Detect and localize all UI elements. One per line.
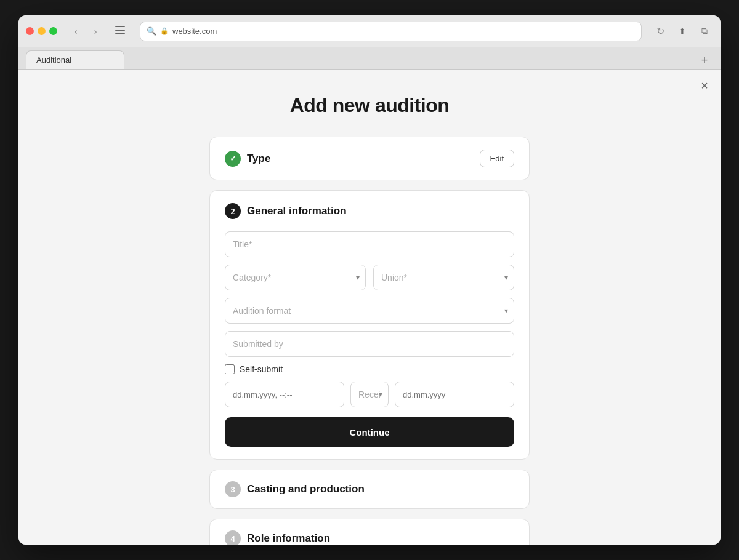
casting-title-row: 3 Casting and production	[225, 481, 365, 497]
general-section-title: General information	[247, 205, 347, 217]
general-section-header: 2 General information	[225, 203, 514, 219]
union-select[interactable]: Union*	[373, 265, 514, 290]
sidebar-toggle-button[interactable]	[110, 23, 130, 40]
self-submit-row: Self-submit	[225, 364, 514, 374]
received-through-select[interactable]: Received through*	[350, 382, 389, 407]
share-button[interactable]: ⬆	[674, 23, 691, 40]
continue-button[interactable]: Continue	[225, 417, 514, 447]
close-traffic-light[interactable]	[26, 27, 34, 35]
nav-buttons: ‹ ›	[67, 23, 104, 40]
submitted-by-input[interactable]	[225, 331, 514, 357]
back-button[interactable]: ‹	[67, 23, 84, 40]
casting-section-title: Casting and production	[247, 483, 365, 495]
type-section-title: Type	[247, 153, 270, 165]
datetime-input[interactable]	[225, 382, 344, 407]
minimize-traffic-light[interactable]	[38, 27, 46, 35]
self-submit-checkbox[interactable]	[225, 364, 235, 374]
casting-step-badge: 3	[225, 481, 241, 497]
role-step-badge: 4	[225, 530, 241, 545]
svg-rect-1	[115, 30, 125, 31]
form-container: ✓ Type Edit 2 General information	[209, 137, 530, 545]
title-input[interactable]	[225, 231, 514, 257]
role-section: 4 Role information	[209, 519, 530, 545]
union-wrapper: Union* ▾	[373, 265, 514, 290]
casting-section-header: 3 Casting and production	[225, 481, 514, 497]
address-bar[interactable]: 🔍 🔒 website.com	[140, 22, 642, 41]
category-wrapper: Category* ▾	[225, 265, 366, 290]
casting-step-number: 3	[230, 485, 235, 494]
type-step-badge: ✓	[225, 151, 241, 167]
type-edit-button[interactable]: Edit	[480, 150, 514, 167]
datetime-row: Received through* ▾	[225, 382, 514, 407]
category-select[interactable]: Category*	[225, 265, 366, 290]
search-icon: 🔍	[147, 26, 156, 36]
maximize-traffic-light[interactable]	[49, 27, 57, 35]
type-section-header: ✓ Type Edit	[225, 150, 514, 167]
type-section: ✓ Type Edit	[209, 137, 530, 180]
checkmark-icon: ✓	[230, 154, 236, 163]
active-tab[interactable]: Auditional	[26, 50, 124, 69]
audition-format-wrapper: Audition format ▾	[225, 298, 514, 324]
new-tab-button[interactable]: ⧉	[696, 23, 713, 40]
general-step-number: 2	[230, 207, 235, 216]
new-tab-icon[interactable]: +	[696, 52, 713, 69]
general-section: 2 General information Category*	[209, 190, 530, 460]
svg-rect-2	[115, 33, 125, 34]
self-submit-label: Self-submit	[240, 364, 283, 374]
role-step-number: 4	[230, 534, 235, 543]
casting-section: 3 Casting and production	[209, 470, 530, 509]
general-step-badge: 2	[225, 203, 241, 219]
browser-window: ‹ › 🔍 🔒 website.com ↻ ⬆ ⧉ Auditional + ×…	[18, 15, 721, 545]
role-section-title: Role information	[247, 532, 330, 545]
reload-button[interactable]: ↻	[652, 23, 669, 40]
type-title-row: ✓ Type	[225, 151, 270, 167]
svg-rect-0	[115, 26, 125, 27]
received-through-wrapper: Received through* ▾	[350, 382, 389, 407]
page-title: Add new audition	[31, 94, 708, 117]
general-form-fields: Category* ▾ Union* ▾	[225, 231, 514, 447]
url-text: website.com	[172, 26, 217, 36]
browser-titlebar: ‹ › 🔍 🔒 website.com ↻ ⬆ ⧉	[18, 15, 721, 47]
category-union-row: Category* ▾ Union* ▾	[225, 265, 514, 290]
audition-format-select[interactable]: Audition format	[225, 298, 514, 324]
traffic-lights	[26, 27, 57, 35]
general-title-row: 2 General information	[225, 203, 347, 219]
close-button[interactable]: ×	[701, 79, 708, 92]
browser-tabs: Auditional +	[18, 47, 721, 70]
lock-icon: 🔒	[160, 27, 169, 35]
tab-label: Auditional	[36, 55, 71, 65]
forward-button[interactable]: ›	[87, 23, 104, 40]
role-title-row: 4 Role information	[225, 530, 330, 545]
date-input[interactable]	[395, 382, 514, 407]
role-section-header: 4 Role information	[225, 530, 514, 545]
page-content: × Add new audition ✓ Type Edit	[18, 70, 721, 545]
